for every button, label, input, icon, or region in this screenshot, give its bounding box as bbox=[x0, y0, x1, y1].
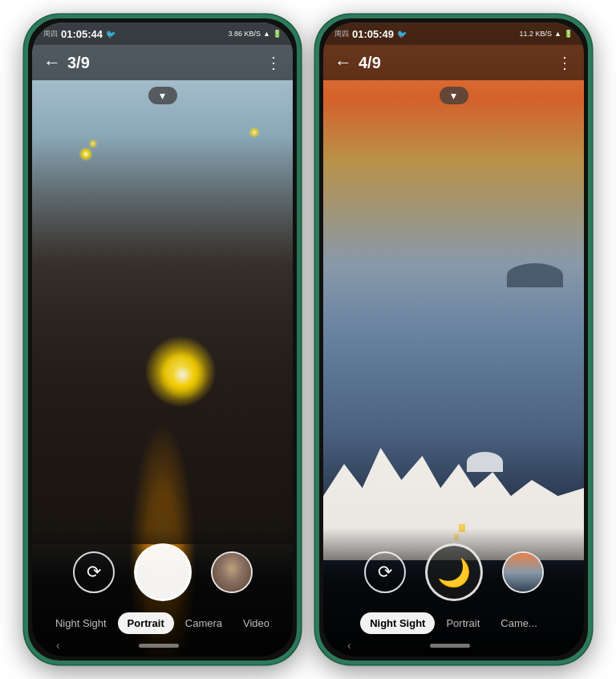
mode-camera-1[interactable]: Camera bbox=[176, 612, 232, 634]
gesture-pill-1 bbox=[139, 644, 179, 648]
status-signal-text-2: 11.2 KB/S bbox=[520, 30, 553, 38]
phone-screen-1: 周四 01:05:44 🐦 3.86 KB/S ▲ 🔋 ← 3/9 ⋮ bbox=[32, 22, 293, 657]
camera-buttons-2: ⟳ 🌙 bbox=[364, 543, 544, 601]
nav-bar-1: ← 3/9 ⋮ bbox=[32, 45, 293, 80]
status-day-1: 周四 bbox=[43, 29, 58, 39]
nav-bar-2: ← 4/9 ⋮ bbox=[323, 45, 584, 80]
night-sight-button-2[interactable]: 🌙 bbox=[425, 543, 483, 601]
status-left-2: 周四 01:05:49 🐦 bbox=[334, 28, 407, 40]
dropdown-indicator-2[interactable] bbox=[440, 87, 468, 104]
gesture-bar-area-2: ‹ bbox=[323, 639, 584, 652]
more-button-2[interactable]: ⋮ bbox=[557, 53, 573, 72]
status-time-2: 01:05:49 bbox=[352, 28, 394, 40]
gallery-thumbnail-2[interactable] bbox=[502, 551, 544, 593]
bottom-controls-1: ⟳ Night Sight Portrait Camera Video bbox=[32, 528, 293, 657]
mode-tabs-1: Night Sight Portrait Camera Video bbox=[46, 612, 279, 634]
mode-night-sight-1[interactable]: Night Sight bbox=[46, 612, 116, 634]
mode-tabs-2: Night Sight Portrait Came... bbox=[360, 612, 547, 634]
status-wifi-icon-1: ▲ bbox=[263, 30, 270, 38]
back-button-2[interactable]: ← bbox=[334, 52, 352, 73]
mode-portrait-2[interactable]: Portrait bbox=[436, 612, 489, 634]
status-right-2: 11.2 KB/S ▲ 🔋 bbox=[520, 30, 573, 38]
status-signal-text-1: 3.86 KB/S bbox=[229, 30, 261, 38]
status-bar-2: 周四 01:05:49 🐦 11.2 KB/S ▲ 🔋 bbox=[323, 22, 584, 45]
status-left-1: 周四 01:05:44 🐦 bbox=[43, 28, 116, 40]
phone-frame-1: 周四 01:05:44 🐦 3.86 KB/S ▲ 🔋 ← 3/9 ⋮ bbox=[24, 14, 301, 665]
mode-video-1[interactable]: Video bbox=[233, 612, 279, 634]
phone-1: 周四 01:05:44 🐦 3.86 KB/S ▲ 🔋 ← 3/9 ⋮ bbox=[24, 14, 301, 665]
dropdown-indicator-1[interactable] bbox=[148, 87, 177, 104]
status-icon-1: 🐦 bbox=[106, 30, 116, 39]
people-overlay bbox=[32, 132, 293, 545]
camera-buttons-1: ⟳ bbox=[73, 543, 253, 601]
mode-portrait-1[interactable]: Portrait bbox=[118, 612, 174, 634]
gesture-bar-area-1: ‹ bbox=[32, 639, 293, 652]
status-time-1: 01:05:44 bbox=[61, 28, 103, 40]
mode-camera-2[interactable]: Came... bbox=[491, 612, 547, 634]
gesture-back-arrow-1[interactable]: ‹ bbox=[56, 639, 60, 652]
status-day-2: 周四 bbox=[334, 29, 349, 39]
more-button-1[interactable]: ⋮ bbox=[265, 53, 282, 72]
flip-camera-button-2[interactable]: ⟳ bbox=[364, 551, 406, 593]
nav-counter-2: 4/9 bbox=[359, 54, 381, 72]
shutter-button-1[interactable] bbox=[134, 543, 192, 601]
nav-counter-1: 3/9 bbox=[67, 54, 90, 72]
gallery-thumbnail-1[interactable] bbox=[211, 551, 253, 593]
status-right-1: 3.86 KB/S ▲ 🔋 bbox=[229, 30, 282, 38]
thumbnail-image-2 bbox=[504, 553, 542, 592]
back-button-1[interactable]: ← bbox=[43, 52, 61, 73]
phone-screen-2: 周四 01:05:49 🐦 11.2 KB/S ▲ 🔋 ← 4/9 ⋮ bbox=[323, 22, 584, 657]
gesture-pill-2 bbox=[430, 644, 470, 648]
bottom-controls-2: ⟳ 🌙 Night Sight Portrait Came... bbox=[323, 528, 584, 657]
status-wifi-icon-2: ▲ bbox=[554, 30, 561, 38]
status-battery-icon-2: 🔋 bbox=[564, 30, 573, 38]
gesture-back-arrow-2[interactable]: ‹ bbox=[347, 639, 351, 652]
thumbnail-image-1 bbox=[213, 553, 251, 592]
status-bar-1: 周四 01:05:44 🐦 3.86 KB/S ▲ 🔋 bbox=[32, 22, 293, 45]
santorini-dome bbox=[467, 452, 503, 472]
santorini-island bbox=[507, 263, 563, 287]
status-icon-2: 🐦 bbox=[397, 30, 407, 39]
phone-frame-2: 周四 01:05:49 🐦 11.2 KB/S ▲ 🔋 ← 4/9 ⋮ bbox=[315, 14, 592, 665]
flip-camera-button-1[interactable]: ⟳ bbox=[73, 551, 115, 593]
phone-2: 周四 01:05:49 🐦 11.2 KB/S ▲ 🔋 ← 4/9 ⋮ bbox=[315, 14, 592, 665]
status-battery-icon-1: 🔋 bbox=[273, 30, 282, 38]
mode-night-sight-2[interactable]: Night Sight bbox=[360, 612, 435, 634]
